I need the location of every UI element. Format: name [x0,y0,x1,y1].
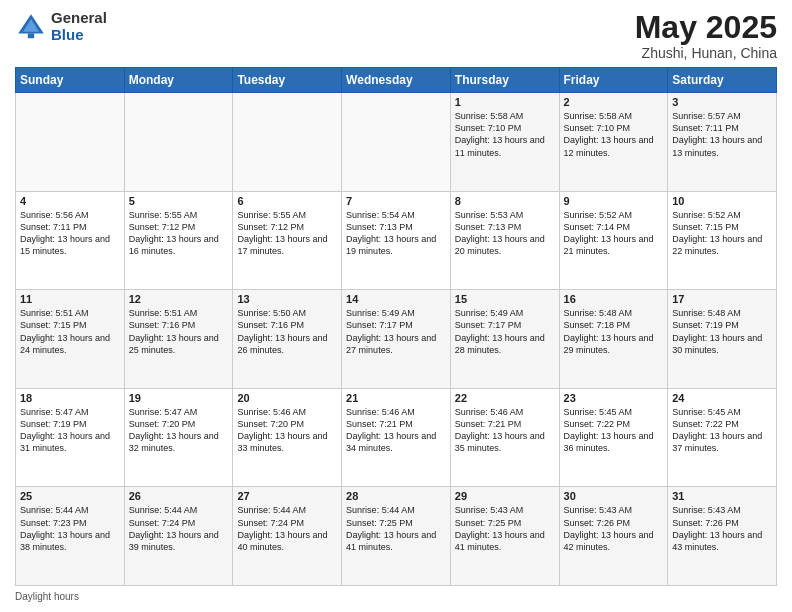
day-number: 19 [129,392,229,404]
calendar-cell: 19Sunrise: 5:47 AM Sunset: 7:20 PM Dayli… [124,388,233,487]
day-number: 9 [564,195,664,207]
day-info: Sunrise: 5:44 AM Sunset: 7:23 PM Dayligh… [20,504,120,553]
day-number: 28 [346,490,446,502]
day-info: Sunrise: 5:57 AM Sunset: 7:11 PM Dayligh… [672,110,772,159]
logo-general-text: General [51,10,107,27]
calendar-cell: 21Sunrise: 5:46 AM Sunset: 7:21 PM Dayli… [342,388,451,487]
calendar-cell: 6Sunrise: 5:55 AM Sunset: 7:12 PM Daylig… [233,191,342,290]
day-info: Sunrise: 5:58 AM Sunset: 7:10 PM Dayligh… [564,110,664,159]
day-number: 12 [129,293,229,305]
day-number: 16 [564,293,664,305]
day-number: 10 [672,195,772,207]
calendar-week-1: 1Sunrise: 5:58 AM Sunset: 7:10 PM Daylig… [16,93,777,192]
calendar-cell [16,93,125,192]
day-number: 4 [20,195,120,207]
day-info: Sunrise: 5:48 AM Sunset: 7:18 PM Dayligh… [564,307,664,356]
weekday-header-sunday: Sunday [16,68,125,93]
header: General Blue May 2025 Zhushi, Hunan, Chi… [15,10,777,61]
calendar-cell: 25Sunrise: 5:44 AM Sunset: 7:23 PM Dayli… [16,487,125,586]
page: General Blue May 2025 Zhushi, Hunan, Chi… [0,0,792,612]
day-info: Sunrise: 5:49 AM Sunset: 7:17 PM Dayligh… [346,307,446,356]
day-number: 5 [129,195,229,207]
weekday-header-tuesday: Tuesday [233,68,342,93]
day-info: Sunrise: 5:52 AM Sunset: 7:14 PM Dayligh… [564,209,664,258]
calendar-week-2: 4Sunrise: 5:56 AM Sunset: 7:11 PM Daylig… [16,191,777,290]
calendar-cell: 12Sunrise: 5:51 AM Sunset: 7:16 PM Dayli… [124,290,233,389]
calendar-cell: 16Sunrise: 5:48 AM Sunset: 7:18 PM Dayli… [559,290,668,389]
day-info: Sunrise: 5:43 AM Sunset: 7:26 PM Dayligh… [564,504,664,553]
day-info: Sunrise: 5:47 AM Sunset: 7:19 PM Dayligh… [20,406,120,455]
calendar-cell [342,93,451,192]
day-number: 1 [455,96,555,108]
day-number: 17 [672,293,772,305]
day-number: 2 [564,96,664,108]
weekday-header-wednesday: Wednesday [342,68,451,93]
day-info: Sunrise: 5:55 AM Sunset: 7:12 PM Dayligh… [129,209,229,258]
calendar-cell: 17Sunrise: 5:48 AM Sunset: 7:19 PM Dayli… [668,290,777,389]
logo-icon [15,11,47,43]
location: Zhushi, Hunan, China [635,45,777,61]
weekday-header-thursday: Thursday [450,68,559,93]
calendar-cell: 10Sunrise: 5:52 AM Sunset: 7:15 PM Dayli… [668,191,777,290]
weekday-header-monday: Monday [124,68,233,93]
day-number: 15 [455,293,555,305]
calendar-cell: 31Sunrise: 5:43 AM Sunset: 7:26 PM Dayli… [668,487,777,586]
calendar-cell [124,93,233,192]
day-info: Sunrise: 5:44 AM Sunset: 7:24 PM Dayligh… [237,504,337,553]
day-info: Sunrise: 5:46 AM Sunset: 7:20 PM Dayligh… [237,406,337,455]
calendar-cell: 23Sunrise: 5:45 AM Sunset: 7:22 PM Dayli… [559,388,668,487]
day-info: Sunrise: 5:49 AM Sunset: 7:17 PM Dayligh… [455,307,555,356]
calendar-cell: 7Sunrise: 5:54 AM Sunset: 7:13 PM Daylig… [342,191,451,290]
day-info: Sunrise: 5:44 AM Sunset: 7:24 PM Dayligh… [129,504,229,553]
calendar-cell: 29Sunrise: 5:43 AM Sunset: 7:25 PM Dayli… [450,487,559,586]
day-number: 21 [346,392,446,404]
calendar-cell: 3Sunrise: 5:57 AM Sunset: 7:11 PM Daylig… [668,93,777,192]
day-number: 25 [20,490,120,502]
calendar-cell: 14Sunrise: 5:49 AM Sunset: 7:17 PM Dayli… [342,290,451,389]
calendar-cell: 28Sunrise: 5:44 AM Sunset: 7:25 PM Dayli… [342,487,451,586]
svg-rect-2 [28,33,34,38]
calendar-week-4: 18Sunrise: 5:47 AM Sunset: 7:19 PM Dayli… [16,388,777,487]
daylight-label: Daylight hours [15,591,79,602]
day-number: 24 [672,392,772,404]
day-info: Sunrise: 5:44 AM Sunset: 7:25 PM Dayligh… [346,504,446,553]
calendar-table: SundayMondayTuesdayWednesdayThursdayFrid… [15,67,777,586]
calendar-week-3: 11Sunrise: 5:51 AM Sunset: 7:15 PM Dayli… [16,290,777,389]
day-number: 14 [346,293,446,305]
day-number: 20 [237,392,337,404]
day-info: Sunrise: 5:53 AM Sunset: 7:13 PM Dayligh… [455,209,555,258]
day-info: Sunrise: 5:55 AM Sunset: 7:12 PM Dayligh… [237,209,337,258]
calendar-cell: 24Sunrise: 5:45 AM Sunset: 7:22 PM Dayli… [668,388,777,487]
calendar-cell: 30Sunrise: 5:43 AM Sunset: 7:26 PM Dayli… [559,487,668,586]
calendar-cell: 15Sunrise: 5:49 AM Sunset: 7:17 PM Dayli… [450,290,559,389]
day-info: Sunrise: 5:47 AM Sunset: 7:20 PM Dayligh… [129,406,229,455]
weekday-header-saturday: Saturday [668,68,777,93]
day-info: Sunrise: 5:56 AM Sunset: 7:11 PM Dayligh… [20,209,120,258]
day-number: 23 [564,392,664,404]
day-info: Sunrise: 5:45 AM Sunset: 7:22 PM Dayligh… [564,406,664,455]
day-info: Sunrise: 5:43 AM Sunset: 7:25 PM Dayligh… [455,504,555,553]
day-info: Sunrise: 5:52 AM Sunset: 7:15 PM Dayligh… [672,209,772,258]
day-number: 7 [346,195,446,207]
calendar-cell: 27Sunrise: 5:44 AM Sunset: 7:24 PM Dayli… [233,487,342,586]
calendar-cell: 8Sunrise: 5:53 AM Sunset: 7:13 PM Daylig… [450,191,559,290]
day-number: 27 [237,490,337,502]
day-info: Sunrise: 5:45 AM Sunset: 7:22 PM Dayligh… [672,406,772,455]
day-info: Sunrise: 5:46 AM Sunset: 7:21 PM Dayligh… [455,406,555,455]
day-number: 11 [20,293,120,305]
day-number: 13 [237,293,337,305]
title-block: May 2025 Zhushi, Hunan, China [635,10,777,61]
day-number: 22 [455,392,555,404]
day-number: 3 [672,96,772,108]
day-number: 30 [564,490,664,502]
logo-blue-text: Blue [51,27,107,44]
day-info: Sunrise: 5:50 AM Sunset: 7:16 PM Dayligh… [237,307,337,356]
day-info: Sunrise: 5:46 AM Sunset: 7:21 PM Dayligh… [346,406,446,455]
calendar-cell: 1Sunrise: 5:58 AM Sunset: 7:10 PM Daylig… [450,93,559,192]
calendar-header-row: SundayMondayTuesdayWednesdayThursdayFrid… [16,68,777,93]
calendar-cell: 20Sunrise: 5:46 AM Sunset: 7:20 PM Dayli… [233,388,342,487]
logo: General Blue [15,10,107,43]
day-info: Sunrise: 5:51 AM Sunset: 7:16 PM Dayligh… [129,307,229,356]
day-info: Sunrise: 5:51 AM Sunset: 7:15 PM Dayligh… [20,307,120,356]
day-info: Sunrise: 5:54 AM Sunset: 7:13 PM Dayligh… [346,209,446,258]
